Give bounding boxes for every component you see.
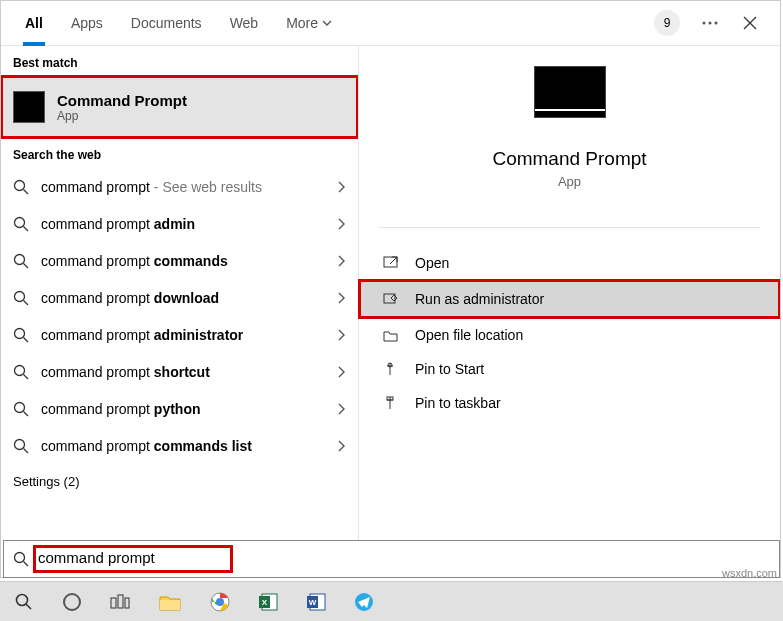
web-result-item[interactable]: command prompt - See web results — [1, 168, 358, 205]
action-open[interactable]: Open — [359, 246, 780, 280]
taskbar-explorer-button[interactable] — [144, 582, 196, 622]
svg-point-10 — [15, 439, 25, 449]
svg-rect-20 — [125, 598, 129, 608]
chevron-right-icon — [336, 181, 346, 193]
svg-point-6 — [15, 291, 25, 301]
tab-web[interactable]: Web — [216, 1, 273, 46]
svg-point-1 — [709, 22, 712, 25]
action-pin-start[interactable]: Pin to Start — [359, 352, 780, 386]
best-match-title: Command Prompt — [57, 92, 187, 109]
svg-point-0 — [703, 22, 706, 25]
action-open-location[interactable]: Open file location — [359, 318, 780, 352]
pin-start-icon — [381, 362, 399, 376]
web-result-item[interactable]: command prompt administrator — [1, 316, 358, 353]
web-result-item[interactable]: command prompt python — [1, 390, 358, 427]
preview-sub: App — [558, 174, 581, 189]
search-input[interactable] — [38, 549, 228, 566]
details-pane: Command Prompt App Open Run as administr… — [358, 46, 780, 577]
chevron-right-icon — [336, 292, 346, 304]
svg-rect-21 — [160, 600, 180, 610]
action-run-admin-highlight: Run as administrator — [359, 280, 780, 318]
search-icon — [13, 327, 29, 343]
pin-taskbar-icon — [381, 396, 399, 410]
taskbar-excel-button[interactable]: X — [244, 582, 292, 622]
search-icon — [13, 438, 29, 454]
chevron-down-icon — [322, 18, 332, 28]
group-search-web: Search the web — [1, 138, 358, 168]
search-input-highlight — [36, 548, 230, 570]
folder-icon — [381, 329, 399, 342]
search-icon — [13, 290, 29, 306]
taskbar-chrome-button[interactable] — [196, 582, 244, 622]
options-button[interactable] — [690, 3, 730, 43]
tab-all[interactable]: All — [11, 1, 57, 46]
svg-point-9 — [15, 402, 25, 412]
watermark: wsxdn.com — [722, 567, 777, 579]
search-bar[interactable] — [3, 540, 780, 578]
svg-point-7 — [15, 328, 25, 338]
svg-text:W: W — [309, 598, 317, 607]
tab-apps[interactable]: Apps — [57, 1, 117, 46]
action-pin-start-label: Pin to Start — [415, 361, 484, 377]
taskbar-search-button[interactable] — [0, 582, 48, 622]
chevron-right-icon — [336, 218, 346, 230]
svg-text:X: X — [262, 598, 268, 607]
action-open-label: Open — [415, 255, 449, 271]
chevron-right-icon — [336, 329, 346, 341]
web-result-label: command prompt commands — [41, 253, 336, 269]
taskbar: X W — [0, 581, 783, 621]
results-pane: Best match Command Prompt App Search the… — [1, 46, 358, 577]
taskbar-taskview-button[interactable] — [96, 582, 144, 622]
command-prompt-preview-icon — [534, 66, 606, 118]
close-button[interactable] — [730, 3, 770, 43]
svg-point-8 — [15, 365, 25, 375]
web-result-label: command prompt commands list — [41, 438, 336, 454]
svg-point-4 — [15, 217, 25, 227]
action-pin-taskbar[interactable]: Pin to taskbar — [359, 386, 780, 420]
tab-documents[interactable]: Documents — [117, 1, 216, 46]
web-result-label: command prompt python — [41, 401, 336, 417]
tab-more[interactable]: More — [272, 1, 346, 46]
web-result-label: command prompt shortcut — [41, 364, 336, 380]
preview-block: Command Prompt App — [359, 66, 780, 209]
group-settings: Settings (2) — [1, 464, 358, 495]
action-open-location-label: Open file location — [415, 327, 523, 343]
web-result-label: command prompt admin — [41, 216, 336, 232]
svg-point-17 — [64, 594, 80, 610]
group-best-match: Best match — [1, 46, 358, 76]
action-pin-taskbar-label: Pin to taskbar — [415, 395, 501, 411]
web-result-label: command prompt administrator — [41, 327, 336, 343]
web-result-item[interactable]: command prompt download — [1, 279, 358, 316]
action-run-admin[interactable]: Run as administrator — [359, 282, 780, 316]
svg-point-3 — [15, 180, 25, 190]
svg-point-15 — [15, 553, 25, 563]
reward-badge[interactable]: 9 — [654, 10, 680, 36]
tab-more-label: More — [286, 15, 318, 31]
taskbar-word-button[interactable]: W — [292, 582, 340, 622]
search-icon — [13, 253, 29, 269]
search-window: All Apps Documents Web More 9 Best match… — [0, 0, 781, 578]
chevron-right-icon — [336, 403, 346, 415]
chevron-right-icon — [336, 440, 346, 452]
web-result-item[interactable]: command prompt admin — [1, 205, 358, 242]
chevron-right-icon — [336, 255, 346, 267]
web-result-label: command prompt download — [41, 290, 336, 306]
main-area: Best match Command Prompt App Search the… — [1, 46, 780, 577]
search-icon — [13, 179, 29, 195]
best-match-item[interactable]: Command Prompt App — [1, 76, 358, 138]
search-icon — [4, 551, 38, 567]
svg-rect-19 — [118, 595, 123, 608]
svg-rect-18 — [111, 598, 116, 608]
action-run-admin-label: Run as administrator — [415, 291, 544, 307]
svg-point-2 — [715, 22, 718, 25]
web-result-item[interactable]: command prompt commands — [1, 242, 358, 279]
divider — [379, 227, 760, 228]
web-result-item[interactable]: command prompt shortcut — [1, 353, 358, 390]
taskbar-telegram-button[interactable] — [340, 582, 388, 622]
preview-title: Command Prompt — [492, 148, 646, 170]
svg-point-5 — [15, 254, 25, 264]
web-result-item[interactable]: command prompt commands list — [1, 427, 358, 464]
filter-tabs: All Apps Documents Web More 9 — [1, 1, 780, 46]
web-result-label: command prompt - See web results — [41, 179, 336, 195]
taskbar-cortana-button[interactable] — [48, 582, 96, 622]
